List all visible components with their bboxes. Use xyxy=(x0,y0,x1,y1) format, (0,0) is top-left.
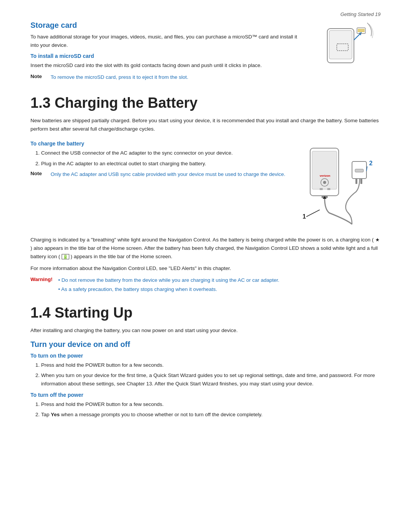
turn-off-steps: Press and hold the POWER button for a fe… xyxy=(41,400,381,419)
charging-layout: To charge the battery Connect the USB co… xyxy=(30,137,381,236)
storage-note-label: Note xyxy=(30,73,48,79)
charging-battery-heading: 1.3 Charging the Battery xyxy=(30,95,381,111)
charging-led-text: For more information about the Navigatio… xyxy=(30,264,381,273)
charging-indicator-text-part1: Charging is indicated by a "breathing" w… xyxy=(30,237,374,243)
chapter-1-3-section: 1.3 Charging the Battery New batteries a… xyxy=(30,95,381,293)
turn-off-step-2-bold: Yes xyxy=(51,412,60,417)
turn-on-step-1: Press and hold the POWER button for a fe… xyxy=(41,361,381,369)
storage-note: Note To remove the microSD card, press i… xyxy=(30,73,304,81)
charging-warning: Warning! Do not remove the battery from … xyxy=(30,276,381,294)
charging-battery-intro: New batteries are shipped partially char… xyxy=(30,117,381,133)
charging-indicator-text: Charging is indicated by a "breathing" w… xyxy=(30,236,381,260)
charging-note: Note Only the AC adapter and USB sync ca… xyxy=(30,171,289,178)
charging-steps: Connect the USB connector of the AC adap… xyxy=(41,149,289,168)
page-number: Getting Started 19 xyxy=(30,11,381,17)
svg-rect-14 xyxy=(320,188,323,190)
install-microsd-title: To install a microSD card xyxy=(30,53,304,59)
turn-device-section-title: Turn your device on and off xyxy=(30,340,381,349)
warning-label: Warning! xyxy=(30,276,55,282)
install-microsd-body: Insert the microSD card into the slot wi… xyxy=(30,61,304,70)
warning-bullet-1: Do not remove the battery from the devic… xyxy=(58,276,279,284)
turn-on-steps: Press and hold the POWER button for a fe… xyxy=(41,361,381,388)
charging-step-2: Plug in the AC adapter to an electrical … xyxy=(41,160,289,168)
storage-text-column: Storage card To have additional storage … xyxy=(30,21,304,83)
turn-on-step-2: When you turn on your device for the fir… xyxy=(41,371,381,388)
charging-text-column: To charge the battery Connect the USB co… xyxy=(30,137,289,181)
svg-text:1: 1 xyxy=(303,213,306,220)
storage-card-title: Storage card xyxy=(30,21,304,30)
chapter-1-4-section: 1.4 Starting Up After installing and cha… xyxy=(30,305,381,419)
svg-line-24 xyxy=(306,210,320,217)
svg-rect-20 xyxy=(360,179,362,184)
turn-on-title: To turn on the power xyxy=(30,353,381,359)
warning-bullet-2: As a safety precaution, the battery stop… xyxy=(58,286,279,293)
svg-text:2: 2 xyxy=(369,160,373,166)
storage-note-text: To remove the microSD card, press it to … xyxy=(51,73,188,81)
charging-step-1: Connect the USB connector of the AC adap… xyxy=(41,149,289,157)
svg-text:verizon: verizon xyxy=(320,174,330,177)
storage-image-column xyxy=(312,21,381,70)
warning-bullets-container: Do not remove the battery from the devic… xyxy=(58,276,279,294)
charging-image-column: verizon xyxy=(297,137,381,236)
svg-rect-19 xyxy=(355,179,357,184)
charging-note-label: Note xyxy=(30,171,48,176)
svg-rect-15 xyxy=(327,188,330,190)
charge-battery-title: To charge the battery xyxy=(30,141,289,147)
charging-note-text: Only the AC adapter and USB sync cable p… xyxy=(51,171,285,178)
microsd-illustration xyxy=(316,21,377,70)
turn-off-step-2: Tap Yes when a message prompts you to ch… xyxy=(41,411,381,419)
svg-rect-18 xyxy=(355,169,363,172)
charging-indicator-text-part3: ) appears in the title bar of the Home s… xyxy=(71,254,172,259)
turn-off-step-1: Press and hold the POWER button for a fe… xyxy=(41,400,381,409)
starting-up-heading: 1.4 Starting Up xyxy=(30,305,381,321)
turn-off-step-2-post: when a message prompts you to choose whe… xyxy=(60,412,263,417)
svg-point-13 xyxy=(323,181,326,184)
storage-card-section: Storage card To have additional storage … xyxy=(30,21,381,83)
svg-rect-1 xyxy=(329,30,352,59)
starting-up-intro: After installing and charging the batter… xyxy=(30,326,381,335)
turn-off-title: To turn off the power xyxy=(30,392,381,398)
charging-icon-symbol: ★ xyxy=(375,237,380,243)
charging-illustration: verizon xyxy=(299,137,379,236)
battery-icon-symbol: 🔋 xyxy=(62,254,69,259)
turn-off-step-2-pre: Tap xyxy=(41,412,51,417)
storage-card-body: To have additional storage for your imag… xyxy=(30,33,304,49)
